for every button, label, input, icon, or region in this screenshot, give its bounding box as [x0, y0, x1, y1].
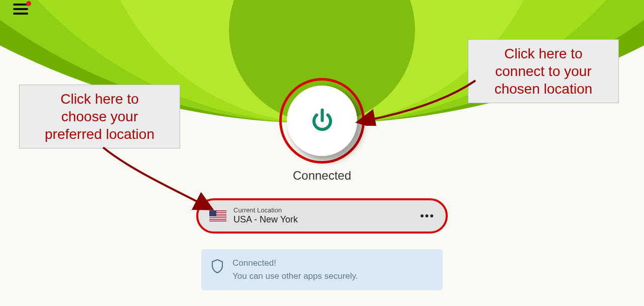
status-banner: Connected! You can use other apps secure…: [201, 249, 443, 290]
annotation-text-line: preferred location: [30, 125, 170, 143]
annotation-callout-location: Click here to choose your preferred loca…: [19, 85, 180, 148]
svg-rect-7: [209, 220, 226, 221]
hamburger-icon: [13, 8, 28, 10]
hamburger-icon: [13, 13, 28, 15]
annotation-text-line: Click here to: [478, 45, 608, 62]
annotation-text-line: connect to your: [478, 62, 608, 80]
location-label: Current Location: [233, 207, 418, 214]
svg-rect-6: [209, 219, 226, 220]
notification-dot-icon: [26, 1, 31, 6]
annotation-text-line: chosen location: [478, 80, 608, 98]
svg-rect-5: [209, 217, 226, 218]
connect-button[interactable]: [287, 86, 357, 156]
status-title: Connected!: [232, 258, 358, 268]
annotation-text-line: Click here to: [30, 90, 170, 108]
status-texts: Connected! You can use other apps secure…: [232, 258, 358, 281]
svg-rect-8: [209, 210, 216, 216]
menu-button[interactable]: [13, 4, 28, 15]
connect-button-annotation-ring: [279, 78, 365, 164]
power-icon: [308, 107, 336, 135]
connection-status-label: Connected: [293, 169, 351, 183]
shield-icon: [211, 259, 223, 273]
location-more-button[interactable]: •••: [418, 207, 437, 224]
annotation-callout-connect: Click here to connect to your chosen loc…: [468, 39, 619, 103]
annotation-text-line: choose your: [30, 108, 170, 125]
status-subtitle: You can use other apps securely.: [232, 271, 358, 281]
location-texts: Current Location USA - New York: [233, 207, 418, 225]
flag-us-icon: [209, 210, 226, 221]
app-root: Connected Current Location USA - New Yor…: [0, 0, 644, 306]
location-value: USA - New York: [233, 214, 418, 225]
location-selector-button[interactable]: Current Location USA - New York •••: [196, 198, 448, 234]
